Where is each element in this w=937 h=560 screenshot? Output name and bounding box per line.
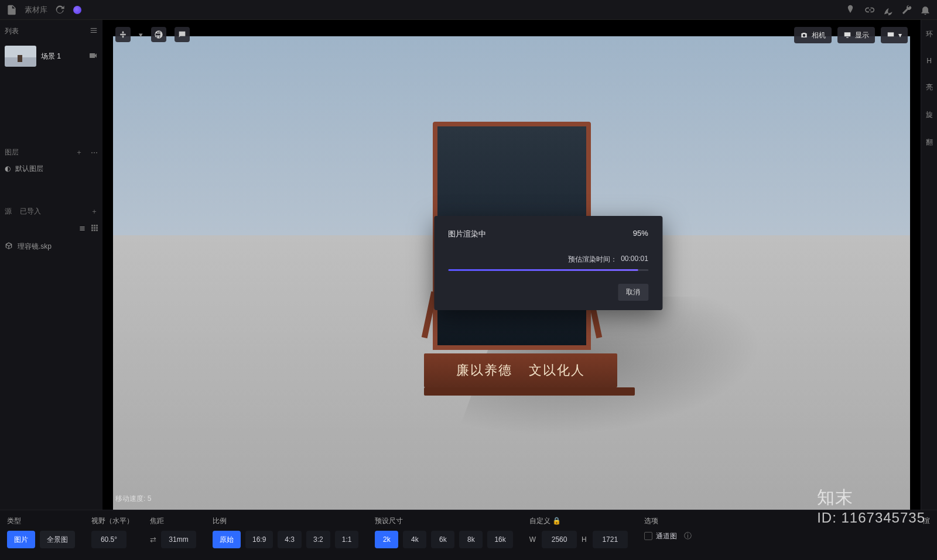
watermark-id: ID: 1167345735 <box>817 510 925 526</box>
ratio-original-chip[interactable]: 原始 <box>213 531 241 548</box>
lock-icon[interactable]: 🔒 <box>552 517 561 525</box>
display-button-label: 显示 <box>855 30 869 40</box>
display-button[interactable]: 显示 <box>837 27 875 43</box>
cancel-button[interactable]: 取消 <box>618 284 648 301</box>
move-speed-value: 5 <box>148 494 152 503</box>
message-icon[interactable] <box>175 27 190 42</box>
viewport-toolbar-left: ▾ <box>115 27 190 42</box>
dialog-eta-value: 00:00:01 <box>621 255 648 264</box>
layer-name: 默认图层 <box>15 164 43 174</box>
bell-icon[interactable] <box>919 4 931 16</box>
options-label: 选项 <box>644 516 692 526</box>
visibility-icon[interactable]: ◐ <box>5 164 11 173</box>
orbit-tool-icon[interactable] <box>115 27 131 42</box>
scene-name: 场景 1 <box>41 51 61 61</box>
file-item[interactable]: 理容镜.skp <box>5 239 98 254</box>
swap-icon[interactable]: ⇄ <box>150 535 156 544</box>
height-input[interactable]: 1721 <box>593 531 628 548</box>
base-inscription-left: 廉以养德 <box>456 362 512 379</box>
width-input[interactable]: 2560 <box>542 531 577 548</box>
preset-8k-chip[interactable]: 8k <box>459 531 483 548</box>
base-inscription-right: 文以化人 <box>529 362 585 379</box>
right-tab-env[interactable]: 环 <box>926 29 933 39</box>
focal-label: 焦距 <box>150 516 196 526</box>
width-w-label: W <box>529 535 536 544</box>
dialog-eta-label: 预估渲染时间： <box>568 255 617 264</box>
viewport-toolbar-right: 相机 显示 ▾ <box>794 27 908 43</box>
watermark: 知末 ID: 1167345735 <box>817 486 925 526</box>
viewport: ▾ 相机 显示 ▾ <box>102 20 921 510</box>
focal-input[interactable]: 31mm <box>161 531 196 548</box>
right-tab-flip[interactable]: 翻 <box>926 138 933 147</box>
right-tab-rotate[interactable]: 旋 <box>926 110 933 120</box>
left-panel: 列表 场景 1 图层 ＋ ⋯ ◐ 默认图层 源 已导入 ＋ <box>0 20 102 510</box>
file-name: 理容镜.skp <box>18 242 52 252</box>
fov-input[interactable]: 60.5° <box>91 531 126 548</box>
render-canvas[interactable]: 廉以养德 文以化人 图片渲染中 95% 预估渲染时间： 00: <box>113 36 910 510</box>
fov-label: 视野（水平） <box>91 516 134 526</box>
pin-icon[interactable] <box>844 4 856 16</box>
progress-bar <box>448 269 648 271</box>
ratio-1-1-chip[interactable]: 1:1 <box>335 531 359 548</box>
viewport-more-button[interactable]: ▾ <box>881 27 908 43</box>
list-view-icon[interactable]: ≣ <box>79 224 86 232</box>
add-source-icon[interactable]: ＋ <box>91 207 98 217</box>
scene-item[interactable]: 场景 1 <box>5 42 98 70</box>
right-tab-bright[interactable]: 亮 <box>926 83 933 92</box>
custom-size-label: 自定义 🔒 <box>529 516 628 526</box>
source-tab[interactable]: 源 <box>5 207 12 217</box>
refresh-icon[interactable] <box>54 4 66 16</box>
watermark-brand: 知末 <box>817 487 853 507</box>
add-layer-icon[interactable]: ＋ <box>76 147 83 157</box>
chevron-down-icon[interactable]: ▾ <box>139 30 143 39</box>
layers-header: 图层 <box>5 147 19 157</box>
panel-collapse-icon[interactable] <box>90 26 98 36</box>
render-progress-dialog: 图片渲染中 95% 预估渲染时间： 00:00:01 取消 <box>434 216 662 310</box>
ratio-4-3-chip[interactable]: 4:3 <box>278 531 302 548</box>
app-logo-dot <box>73 6 81 14</box>
monitor-icon <box>887 31 895 39</box>
camera-button[interactable]: 相机 <box>794 27 832 43</box>
link-icon[interactable] <box>863 4 875 16</box>
new-file-icon[interactable] <box>6 4 18 16</box>
list-header: 列表 <box>5 26 19 36</box>
camera-icon[interactable] <box>88 51 98 62</box>
preset-16k-chip[interactable]: 16k <box>487 531 512 548</box>
ratio-16-9-chip[interactable]: 16:9 <box>245 531 273 548</box>
cube-icon <box>5 242 13 252</box>
preset-label: 预设尺寸 <box>375 516 512 526</box>
library-tab[interactable]: 素材库 <box>25 5 47 15</box>
right-panel: 环 H 亮 旋 翻 <box>921 20 937 510</box>
preset-4k-chip[interactable]: 4k <box>403 531 426 548</box>
move-speed-label: 移动速度: <box>115 494 145 503</box>
bottom-render-bar: 类型 图片 全景图 视野（水平） 60.5° 焦距 ⇄ 31mm 比例 原始 1… <box>0 510 937 560</box>
height-h-label: H <box>582 535 587 544</box>
channel-map-label: 通道图 <box>656 531 677 541</box>
layer-menu-icon[interactable]: ⋯ <box>91 149 98 157</box>
channel-map-checkbox[interactable]: 通道图 <box>644 531 677 541</box>
preset-2k-chip[interactable]: 2k <box>375 531 398 548</box>
display-icon <box>843 31 851 39</box>
camera-outline-icon <box>800 31 808 39</box>
chevron-down-icon: ▾ <box>898 31 902 39</box>
info-icon[interactable]: ⓘ <box>684 531 692 541</box>
grid-view-icon[interactable] <box>91 225 98 231</box>
imported-tab[interactable]: 已导入 <box>20 207 41 217</box>
top-app-bar: 素材库 <box>0 0 937 20</box>
leaf-icon[interactable] <box>882 4 894 16</box>
scene-thumbnail <box>5 46 36 67</box>
layer-item-default[interactable]: ◐ 默认图层 <box>5 161 98 176</box>
wrench-icon[interactable] <box>901 4 912 16</box>
camera-button-label: 相机 <box>812 30 826 40</box>
dialog-title: 图片渲染中 <box>448 229 486 239</box>
move-speed-readout: 移动速度: 5 <box>115 494 151 504</box>
type-image-chip[interactable]: 图片 <box>7 531 35 548</box>
dialog-percent: 95% <box>633 229 648 239</box>
preset-6k-chip[interactable]: 6k <box>431 531 454 548</box>
type-label: 类型 <box>7 516 75 526</box>
ratio-3-2-chip[interactable]: 3:2 <box>306 531 330 548</box>
type-pano-chip[interactable]: 全景图 <box>40 531 75 548</box>
ratio-label: 比例 <box>213 516 358 526</box>
right-tab-h[interactable]: H <box>926 57 932 65</box>
globe-icon[interactable] <box>151 27 166 42</box>
